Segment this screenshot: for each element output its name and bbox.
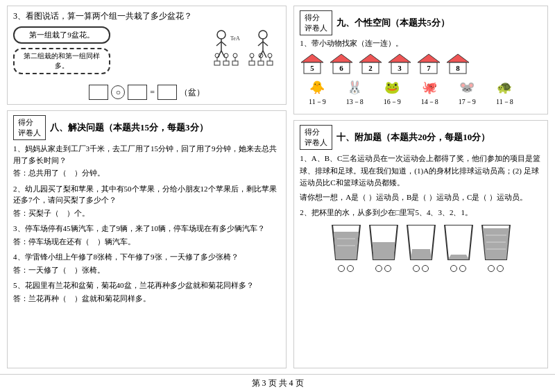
- octopus-icon: 🐙: [417, 78, 442, 97]
- s8-p1: 1、妈妈从家走到工厂3千米，去工厂用了15分钟，回了用了9分钟，她来去总共用了多…: [13, 143, 280, 179]
- left-column: 3、看图说话，算一算两个组一共栽了多少盆花？ 第一组栽了9盆花。 第二组栽的和第…: [7, 6, 287, 368]
- svg-rect-22: [249, 61, 255, 65]
- animal-frog: 🐸 16－9: [375, 78, 409, 107]
- speech-bubble-1: 第一组栽了9盆花。: [13, 26, 110, 44]
- svg-text:3: 3: [398, 64, 402, 72]
- turtle-label: 11－8: [496, 97, 513, 107]
- section-10: 得分 评卷人 十、附加题（本题共20分，每题10分） 1、A、B、C三名运动员在…: [293, 120, 548, 368]
- cup-item-5: [480, 225, 512, 272]
- cup-1-dot-1: [338, 265, 345, 272]
- s10-reviewer-label: 评卷人: [305, 138, 327, 146]
- cup-3-dot-1: [413, 265, 420, 272]
- s9-reviewer-label: 评卷人: [305, 24, 327, 32]
- cup-5-dot-2: [497, 265, 504, 272]
- mouse-label: 17－9: [459, 97, 476, 107]
- svg-marker-34: [330, 54, 352, 62]
- s8-p3: 3、停车场停有45辆汽车，走了9辆，来了10辆，停车场现在有多少辆汽车？ 答：停…: [13, 223, 280, 247]
- house-item-5: 5: [300, 53, 325, 75]
- main-content: 3、看图说话，算一算两个组一共栽了多少盆花？ 第一组栽了9盆花。 第二组栽的和第…: [0, 0, 555, 374]
- chick-icon: 🐥: [305, 78, 330, 97]
- illustration: TeA: [211, 26, 280, 75]
- animal-chick: 🐥 11－9: [300, 78, 334, 107]
- s10-p1: 1、A、B、C三名运动员在一次运动会上都得了奖，他们参加的项目是篮球、排球和足球…: [300, 153, 542, 189]
- s8-title: 八、解决问题（本题共15分，每题3分）: [50, 121, 208, 134]
- cups-row: [300, 225, 542, 272]
- exam-page: 3、看图说话，算一算两个组一共栽了多少盆花？ 第一组栽了9盆花。 第二组栽的和第…: [0, 0, 555, 392]
- svg-marker-40: [388, 54, 411, 62]
- animal-mouse: 🐭 17－9: [450, 78, 484, 107]
- s10-score-box: 得分 评卷人: [300, 125, 332, 150]
- svg-text:8: 8: [456, 64, 461, 72]
- svg-rect-10: [223, 61, 229, 65]
- animal-rabbit: 🐰 13－8: [337, 78, 372, 107]
- answer-box-2[interactable]: [128, 85, 147, 100]
- cup-3-dots: [413, 265, 429, 272]
- s9-header: 得分 评卷人 九、个性空间（本题共5分）: [300, 10, 542, 35]
- svg-point-0: [217, 31, 225, 39]
- s8-p5: 5、花园里有兰花和盆菊，菊花40盆，兰花再种多少盆就和菊花同样多？ 答：兰花再种…: [13, 280, 280, 304]
- svg-line-2: [216, 42, 221, 46]
- q3-title: 3、看图说话，算一算两个组一共栽了多少盆花？: [13, 10, 280, 22]
- house-item-2: 2: [358, 53, 383, 75]
- answer-row-q3: ○ = （盆）: [13, 85, 280, 100]
- chick-label: 11－9: [309, 97, 326, 107]
- s10-score-label: 得分: [305, 128, 320, 136]
- s10-p1-text: 1、A、B、C三名运动员在一次运动会上都得了奖，他们参加的项目是篮球、排球和足球…: [300, 154, 540, 187]
- house-item-6: 6: [329, 53, 354, 75]
- svg-point-16: [259, 31, 267, 39]
- mouse-icon: 🐭: [454, 78, 479, 97]
- s8-score-box: 得分 评卷人: [13, 115, 46, 140]
- svg-line-3: [221, 42, 226, 46]
- cup-1-dots: [338, 265, 354, 272]
- cup-2-dots: [375, 265, 391, 272]
- section-9: 得分 评卷人 九、个性空间（本题共5分） 1、带小动物找家（连一连）。 5: [293, 6, 548, 114]
- svg-marker-57: [445, 225, 472, 259]
- operator-circle: ○: [111, 85, 125, 99]
- s9-score-label: 得分: [305, 13, 320, 22]
- cup-4-dots: [450, 265, 466, 272]
- octopus-label: 14－8: [421, 97, 438, 107]
- s8-p1-text: 1、妈妈从家走到工厂3千米，去工厂用了15分钟，回了用了9分钟，她来去总共用了多…: [13, 144, 277, 164]
- answer-box-3[interactable]: [157, 85, 177, 100]
- s10-title: 十、附加题（本题共20分，每题10分）: [336, 131, 490, 144]
- q3-content: 第一组栽了9盆花。 第二组栽的和第一组同样多。: [13, 26, 280, 100]
- house-item-3: 3: [387, 53, 412, 75]
- svg-text:5: 5: [311, 64, 315, 72]
- cup-item-4: [443, 225, 475, 272]
- svg-rect-7: [214, 61, 220, 65]
- page-footer: 第 3 页 共 4 页: [0, 374, 555, 392]
- answer-box-1[interactable]: [89, 85, 108, 100]
- s9-title: 九、个性空间（本题共5分）: [336, 17, 450, 29]
- animal-turtle: 🐢 11－8: [487, 78, 522, 107]
- s10-header: 得分 评卷人 十、附加题（本题共20分，每题10分）: [300, 125, 542, 150]
- cup-1-dot-2: [347, 265, 354, 272]
- s10-p1-q-text: 请你想一想，A是（ ）运动员，B是（ ）运动员，C是（ ）运动员。: [300, 193, 527, 201]
- cup-5-dot-1: [488, 265, 495, 272]
- frog-label: 16－9: [384, 97, 401, 107]
- s10-p1-q: 请你想一想，A是（ ）运动员，B是（ ）运动员，C是（ ）运动员。: [300, 191, 542, 204]
- svg-marker-60: [483, 228, 509, 259]
- house-item-7: 7: [416, 53, 441, 75]
- rabbit-icon: 🐰: [342, 78, 367, 97]
- s8-reviewer-label: 评卷人: [18, 128, 41, 137]
- house-item-8: 8: [445, 53, 470, 75]
- svg-text:2: 2: [369, 64, 373, 72]
- svg-marker-31: [301, 54, 323, 62]
- svg-text:7: 7: [427, 64, 432, 72]
- turtle-icon: 🐢: [492, 78, 517, 97]
- equals-sign: =: [150, 87, 155, 98]
- question-3-section: 3、看图说话，算一算两个组一共栽了多少盆花？ 第一组栽了9盆花。 第二组栽的和第…: [7, 6, 287, 105]
- speech-bubble-2: 第二组栽的和第一组同样多。: [13, 48, 110, 74]
- frog-icon: 🐸: [379, 78, 404, 97]
- s9-score-box: 得分 评卷人: [300, 10, 332, 35]
- s8-p5-answer: 答：兰花再种（ ）盆就和菊花同样多。: [13, 293, 280, 305]
- cup-item-1: [330, 225, 362, 272]
- svg-text:6: 6: [340, 64, 344, 72]
- svg-marker-46: [447, 54, 469, 62]
- s8-header: 得分 评卷人 八、解决问题（本题共15分，每题3分）: [13, 115, 280, 140]
- cup-item-3: [405, 225, 437, 272]
- svg-marker-56: [411, 249, 432, 259]
- svg-rect-13: [232, 61, 238, 65]
- s9-subtitle: 1、带小动物找家（连一连）。: [300, 38, 542, 49]
- cup-2-dot-1: [375, 265, 382, 272]
